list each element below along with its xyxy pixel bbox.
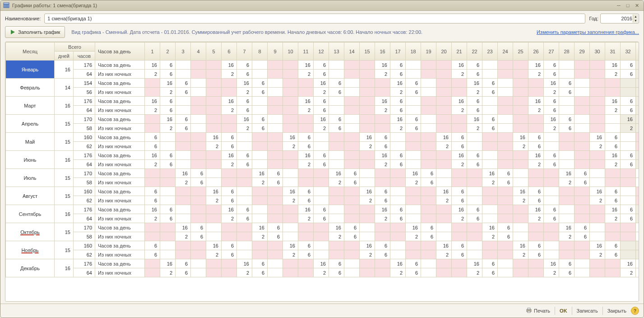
day-cell[interactable]: 16 bbox=[283, 133, 298, 142]
day-cell[interactable]: 16 bbox=[513, 133, 528, 142]
header-day-27[interactable]: 27 bbox=[544, 42, 559, 61]
day-cell[interactable]: 6 bbox=[329, 88, 344, 97]
day-cell[interactable] bbox=[498, 214, 513, 223]
day-cell[interactable] bbox=[636, 250, 639, 259]
day-cell[interactable] bbox=[436, 259, 452, 268]
day-cell[interactable]: 6 bbox=[498, 232, 513, 241]
day-cell[interactable] bbox=[191, 160, 206, 169]
day-cell[interactable]: 16 bbox=[222, 61, 237, 70]
day-cell[interactable] bbox=[191, 97, 206, 106]
day-cell[interactable] bbox=[283, 160, 298, 169]
header-day-2[interactable]: 2 bbox=[160, 42, 176, 61]
day-cell[interactable]: 2 bbox=[544, 88, 559, 97]
day-cell[interactable] bbox=[575, 151, 590, 160]
day-cell[interactable] bbox=[390, 232, 406, 241]
day-cell[interactable] bbox=[206, 268, 222, 277]
day-cell[interactable] bbox=[590, 205, 605, 214]
day-cell[interactable] bbox=[145, 88, 160, 97]
day-cell[interactable] bbox=[191, 151, 206, 160]
day-cell[interactable] bbox=[482, 196, 498, 205]
month-cell[interactable]: Июль bbox=[6, 169, 55, 187]
day-cell[interactable] bbox=[636, 88, 639, 97]
day-cell[interactable]: 16 bbox=[298, 61, 314, 70]
day-cell[interactable] bbox=[252, 187, 268, 196]
day-cell[interactable]: 16 bbox=[528, 205, 544, 214]
day-cell[interactable] bbox=[145, 79, 160, 88]
days-total[interactable]: 15 bbox=[55, 133, 74, 151]
day-cell[interactable]: 6 bbox=[375, 133, 390, 142]
day-cell[interactable]: 6 bbox=[636, 268, 639, 277]
day-cell[interactable]: 6 bbox=[145, 187, 160, 196]
day-cell[interactable]: 2 bbox=[436, 142, 452, 151]
hours-total[interactable]: 170 bbox=[74, 223, 95, 232]
day-cell[interactable]: 6 bbox=[390, 70, 406, 79]
day-cell[interactable] bbox=[421, 70, 436, 79]
day-cell[interactable]: 2 bbox=[406, 178, 421, 187]
day-cell[interactable] bbox=[513, 160, 528, 169]
day-cell[interactable] bbox=[636, 142, 639, 151]
day-cell[interactable] bbox=[575, 70, 590, 79]
day-cell[interactable] bbox=[360, 259, 375, 268]
day-cell[interactable] bbox=[513, 61, 528, 70]
day-cell[interactable] bbox=[452, 223, 467, 232]
day-cell[interactable] bbox=[268, 160, 283, 169]
year-spinner[interactable]: 2016 ▲ ▼ bbox=[600, 14, 639, 23]
day-cell[interactable]: 6 bbox=[145, 196, 160, 205]
day-cell[interactable] bbox=[575, 124, 590, 133]
day-cell[interactable] bbox=[344, 250, 360, 259]
day-cell[interactable]: 6 bbox=[621, 70, 636, 79]
day-cell[interactable] bbox=[160, 232, 176, 241]
day-cell[interactable]: 2 bbox=[298, 214, 314, 223]
month-cell[interactable]: Январь bbox=[6, 61, 55, 79]
day-cell[interactable] bbox=[498, 115, 513, 124]
day-cell[interactable]: 6 bbox=[268, 169, 283, 178]
day-cell[interactable] bbox=[191, 115, 206, 124]
day-cell[interactable]: 6 bbox=[314, 106, 329, 115]
day-cell[interactable]: 16 bbox=[436, 187, 452, 196]
day-cell[interactable] bbox=[590, 106, 605, 115]
day-cell[interactable] bbox=[421, 259, 436, 268]
day-cell[interactable]: 16 bbox=[360, 133, 375, 142]
day-cell[interactable]: 16 bbox=[605, 97, 621, 106]
day-cell[interactable]: 16 bbox=[590, 133, 605, 142]
days-total[interactable]: 15 bbox=[55, 115, 74, 133]
day-cell[interactable] bbox=[528, 178, 544, 187]
day-cell[interactable] bbox=[467, 133, 482, 142]
day-cell[interactable] bbox=[283, 259, 298, 268]
day-cell[interactable] bbox=[222, 124, 237, 133]
day-cell[interactable] bbox=[575, 97, 590, 106]
day-cell[interactable]: 6 bbox=[452, 241, 467, 250]
day-cell[interactable] bbox=[406, 133, 421, 142]
day-cell[interactable]: 2 bbox=[206, 142, 222, 151]
day-cell[interactable] bbox=[329, 142, 344, 151]
day-cell[interactable] bbox=[375, 169, 390, 178]
day-cell[interactable] bbox=[176, 151, 191, 160]
day-cell[interactable]: 6 bbox=[406, 88, 421, 97]
help-button[interactable]: ? bbox=[631, 307, 639, 315]
day-cell[interactable]: 16 bbox=[252, 169, 268, 178]
day-cell[interactable] bbox=[237, 223, 252, 232]
day-cell[interactable] bbox=[452, 115, 467, 124]
day-cell[interactable]: 2 bbox=[390, 124, 406, 133]
day-cell[interactable]: 6 bbox=[467, 214, 482, 223]
day-cell[interactable]: 6 bbox=[621, 97, 636, 106]
day-cell[interactable]: 6 bbox=[406, 259, 421, 268]
day-cell[interactable] bbox=[406, 214, 421, 223]
day-cell[interactable]: 2 bbox=[329, 178, 344, 187]
header-day-12[interactable]: 12 bbox=[314, 42, 329, 61]
day-cell[interactable] bbox=[544, 187, 559, 196]
day-cell[interactable]: 6 bbox=[314, 97, 329, 106]
days-total[interactable]: 16 bbox=[55, 97, 74, 115]
day-cell[interactable]: 2 bbox=[452, 106, 467, 115]
day-cell[interactable]: 16 bbox=[559, 223, 575, 232]
day-cell[interactable]: 6 bbox=[467, 160, 482, 169]
day-cell[interactable] bbox=[344, 241, 360, 250]
day-cell[interactable]: 2 bbox=[360, 196, 375, 205]
day-cell[interactable] bbox=[406, 241, 421, 250]
day-cell[interactable]: 2 bbox=[605, 214, 621, 223]
day-cell[interactable]: 6 bbox=[575, 232, 590, 241]
day-cell[interactable] bbox=[268, 70, 283, 79]
day-cell[interactable]: 16 bbox=[298, 97, 314, 106]
day-cell[interactable]: 6 bbox=[191, 223, 206, 232]
day-cell[interactable]: 16 bbox=[160, 79, 176, 88]
